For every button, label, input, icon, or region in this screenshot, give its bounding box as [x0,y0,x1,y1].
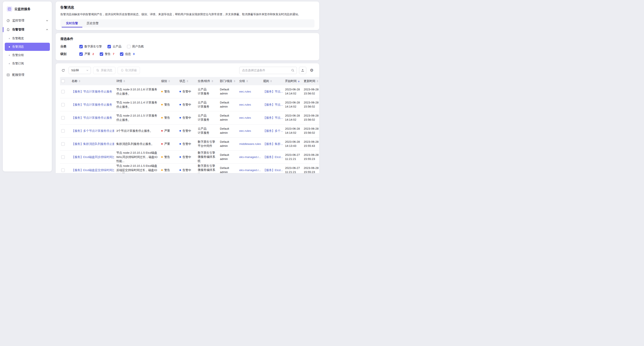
refresh-button[interactable] [60,67,66,74]
mute-messages-button[interactable]: 屏蔽消息 [93,67,116,74]
row-checkbox[interactable] [61,142,65,146]
group-link[interactable]: middleware.rules [239,142,261,146]
component-text: 计算服务 [198,131,209,135]
filter-level-info[interactable]: 信息 0 [120,52,135,56]
level-label: 警告 [164,155,170,159]
alert-name-link[interactable]: 【服务】集群消息队列服务停止服务 [72,142,114,146]
column-header-group[interactable]: 分组 [239,79,263,83]
column-header-department[interactable]: 部门/项目 [220,79,239,83]
project-text: admin [220,157,229,161]
alert-name-link[interactable]: 【服务】节点计算服务停止服务 [72,103,112,107]
row-checkbox[interactable] [61,169,65,172]
sidebar-subitem-alert-messages[interactable]: 告警消息 [5,43,50,51]
group-link[interactable]: eec.rules [239,129,251,132]
warning-count: 7 [113,52,114,56]
sort-icon[interactable] [186,80,188,82]
column-header-level[interactable]: 级别 [161,79,180,83]
select-all-checkbox[interactable] [61,79,65,83]
update-date-text: 2023-06-28 [304,127,318,131]
refresh-interval-select[interactable]: 5分钟 [68,67,91,74]
status-label: 告警中 [182,129,191,133]
project-text: admin [220,144,229,148]
sidebar-item-quota[interactable]: 配额管理 [3,70,52,79]
sort-icon[interactable] [168,80,170,82]
row-checkbox[interactable] [61,129,65,133]
search-input[interactable] [242,69,291,72]
sort-icon[interactable] [124,80,125,82]
rule-link[interactable]: 【服务】Etcd... [263,168,283,172]
group-link[interactable]: eks-managed.r... [239,155,261,159]
column-header-category[interactable]: 分类/组件 [198,79,220,83]
group-link[interactable]: eks-managed.r... [239,169,261,172]
column-header-start-time[interactable]: 开始时间 [285,79,304,83]
sort-icon[interactable] [270,80,272,82]
settings-button[interactable]: ⚙ [308,67,315,74]
rule-link[interactable]: 【服务】集群... [263,142,283,146]
column-label: 更新时间 [304,79,315,83]
alerts-table-card: 5分钟 屏蔽消息 取消屏蔽 [56,63,319,173]
filter-category-cloud-product[interactable]: 云产品 [108,45,122,48]
column-header-name[interactable]: 名称 [72,79,116,83]
sort-icon[interactable] [317,80,318,82]
row-checkbox[interactable] [61,155,65,159]
start-date-text: 2023-06-28 [285,140,300,144]
department-text: Default [220,127,229,131]
tab-bar: 实时告警 历史告警 [60,19,314,27]
rule-link[interactable]: 【服务】节点... [263,116,283,120]
unmute-button[interactable]: 取消屏蔽 [118,67,140,74]
project-text: admin [220,105,229,109]
sidebar-item-monitoring[interactable]: 监控管理 [3,16,52,25]
sidebar-subitem-alert-overview[interactable]: 告警概览 [5,34,50,42]
alert-name-link[interactable]: 【服务】节点计算服务停止服务 [72,90,112,94]
rule-link[interactable]: 【服务】多个... [263,129,283,133]
level-label: 严重 [164,142,170,146]
sidebar-subitem-alert-subscription[interactable]: 告警订阅 [5,59,50,68]
group-link[interactable]: eec.rules [239,116,251,119]
rule-link[interactable]: 【服务】节点... [263,90,283,94]
sort-icon[interactable] [298,80,300,82]
rule-link[interactable]: 【服务】节点... [263,103,283,107]
alert-name-link[interactable]: 【服务】Etcd磁盘同步持续时间过长 [72,155,114,159]
column-header-detail[interactable]: 详情 [116,79,161,83]
alert-name-link[interactable]: 【服务】Etcd磁盘提交持续时间过长 [72,168,114,172]
alert-name-link[interactable]: 【服务】节点计算服务停止服务 [72,116,112,120]
filter-level-warning[interactable]: 警告 7 [100,52,114,56]
tab-history-alerts[interactable]: 历史告警 [82,19,103,27]
rule-link[interactable]: 【服务】Etcd... [263,155,283,159]
department-text: Default [220,101,229,105]
row-checkbox[interactable] [61,90,65,93]
update-time-text: 15:55:23 [304,157,318,161]
update-time-text: 15:56:02 [304,118,318,122]
sidebar-item-label: 告警管理 [12,28,44,31]
column-header-update-time[interactable]: 更新时间 [304,79,319,83]
group-link[interactable]: eec.rules [239,103,251,106]
sort-icon[interactable] [246,80,248,82]
sort-icon[interactable] [79,80,80,82]
start-date-text: 2023-06-28 [285,88,300,92]
column-header-status[interactable]: 状态 [180,79,198,83]
status-label: 告警中 [182,90,191,94]
filter-category-user-workload[interactable]: 用户负载 [127,45,144,48]
status-dot [180,91,181,92]
sidebar-item-alert-management[interactable]: 告警管理 [3,25,52,34]
status-label: 告警中 [182,168,191,172]
filter-category-native-engine[interactable]: 数字原生引擎 [79,45,102,48]
filter-card: 筛选条件 分类 数字原生引擎 云产品 用户负载 级别 严重 2 [56,33,319,60]
tab-realtime-alerts[interactable]: 实时告警 [62,19,82,27]
sidebar-item-label: 配额管理 [12,73,48,77]
row-checkbox[interactable] [61,116,65,120]
department-text: Default [220,153,229,157]
row-checkbox[interactable] [61,103,65,106]
search-icon[interactable] [291,69,294,72]
alert-name-link[interactable]: 【服务】多个节点计算服务停止服务 [72,129,114,133]
bullet-icon [9,46,10,47]
sidebar-subitem-alert-groups[interactable]: 告警分组 [5,51,50,59]
checkbox-label: 警告 [105,52,111,56]
filter-level-severe[interactable]: 严重 2 [79,52,94,56]
column-header-rule[interactable]: 规则 [263,79,285,83]
group-link[interactable]: eec.rules [239,90,251,93]
monitor-icon [6,19,10,22]
sort-icon[interactable] [212,80,213,82]
sort-icon[interactable] [234,80,235,82]
export-button[interactable] [299,67,306,74]
